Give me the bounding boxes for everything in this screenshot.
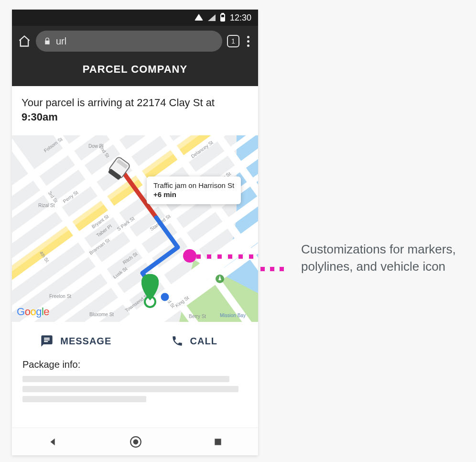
tooltip-title: Traffic jam on Harrison St [153, 181, 234, 190]
recents-icon[interactable] [213, 437, 223, 447]
google-logo: Google [17, 306, 49, 318]
tracking-map[interactable]: Folsom St 2nd St Dow Pl 3rd St Rizal St … [12, 135, 258, 322]
browser-toolbar: url 1 [12, 26, 258, 55]
callout-text: Customizations for markers, polylines, a… [301, 241, 473, 275]
message-label: MESSAGE [60, 336, 111, 347]
url-text: url [56, 36, 66, 47]
annotation-callout: Customizations for markers, polylines, a… [268, 261, 473, 275]
package-info-section: Package info: [12, 356, 258, 412]
home-nav-icon[interactable] [130, 436, 142, 448]
call-button[interactable]: CALL [135, 334, 254, 348]
svg-text:Bluxome St: Bluxome St [89, 312, 114, 317]
action-row: MESSAGE CALL [12, 322, 258, 356]
svg-rect-59 [260, 267, 265, 271]
svg-text:Berry St: Berry St [189, 314, 206, 319]
svg-text:Rizal St: Rizal St [38, 203, 55, 208]
home-icon[interactable] [18, 34, 31, 48]
package-info-title: Package info: [22, 359, 248, 370]
svg-point-44 [160, 292, 170, 302]
wifi-icon [195, 14, 203, 21]
call-label: CALL [190, 336, 217, 347]
svg-text:Mission Bay: Mission Bay [220, 313, 246, 318]
map-background: Folsom St 2nd St Dow Pl 3rd St Rizal St … [12, 135, 258, 322]
overflow-menu-icon[interactable] [244, 36, 252, 47]
tab-count-button[interactable]: 1 [227, 35, 239, 47]
status-bar: 12:30 [12, 10, 258, 26]
svg-text:Freelon St: Freelon St [49, 294, 71, 299]
lock-icon [43, 37, 51, 45]
message-icon [40, 334, 54, 348]
phone-icon [171, 335, 184, 347]
phone-mockup: 12:30 url 1 PARCEL COMPANY Your parcel i… [12, 10, 258, 455]
cell-signal-icon [208, 14, 216, 21]
placeholder-line [22, 396, 146, 402]
svg-point-57 [133, 439, 138, 444]
svg-text:Dow Pl: Dow Pl [88, 143, 104, 149]
back-icon[interactable] [48, 437, 58, 447]
placeholder-line [22, 386, 238, 392]
tooltip-delay: +6 min [153, 190, 234, 199]
clock: 12:30 [230, 13, 251, 23]
app-title: PARCEL COMPANY [12, 55, 258, 86]
message-button[interactable]: MESSAGE [17, 334, 135, 348]
svg-rect-58 [215, 439, 221, 445]
android-nav-bar [12, 428, 258, 455]
placeholder-line [22, 376, 229, 382]
traffic-tooltip: Traffic jam on Harrison St +6 min [147, 176, 241, 204]
url-bar[interactable]: url [36, 31, 222, 52]
highlight-marker-icon [183, 249, 196, 263]
arrival-notice: Your parcel is arriving at 22174 Clay St… [12, 86, 258, 135]
battery-icon [220, 14, 225, 22]
